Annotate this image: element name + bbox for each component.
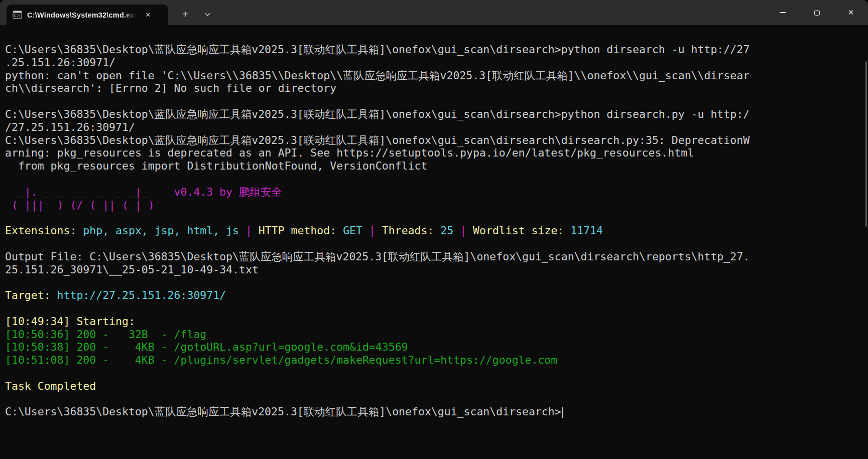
terminal-line: _|. _ _ _ _ _ _|_ v0.4.3 by 鹏组安全 [5, 186, 863, 199]
terminal-line: (_||| _) (/_(_|| (_| ) [5, 199, 863, 212]
window-controls: ✕ [766, 0, 868, 25]
tab-cmd[interactable]: C:\ C:\Windows\System32\cmd.exe ✕ [7, 5, 168, 25]
terminal-text-segment: [10:49:34] Starting: [5, 315, 142, 328]
terminal-text-segment: 11714 [570, 224, 603, 237]
text-cursor [562, 407, 563, 418]
terminal-line: C:\Users\36835\Desktop\蓝队应急响应工具箱v2025.3[… [5, 43, 863, 56]
terminal-line [5, 95, 863, 108]
terminal-line [5, 237, 863, 250]
terminal-text-segment: [10:50:38] 200 - 4KB - /gotoURL.asp?url=… [5, 341, 408, 353]
terminal-text-segment: Target: [5, 289, 57, 301]
terminal-line: Task Completed [5, 380, 863, 393]
tab-close-icon[interactable]: ✕ [142, 9, 155, 22]
terminal-text-segment: from pkg_resources import DistributionNo… [5, 160, 427, 172]
terminal-text-segment: C:\Users\36835\Desktop\蓝队应急响应工具箱v2025.3[… [5, 134, 750, 146]
terminal-text-segment: HTTP method: [259, 224, 343, 237]
terminal-text-segment: _|. _ _ _ _ _ _|_ [5, 186, 174, 198]
terminal-text-segment: [10:50:36] 200 - 32B - /flag [5, 328, 206, 341]
terminal-text-segment: (_||| _) (/_(_|| (_| ) [5, 199, 155, 211]
terminal-text-segment: Wordlist size: [473, 224, 570, 237]
terminal-line: [10:50:36] 200 - 32B - /flag [5, 328, 863, 341]
terminal-line: C:\Users\36835\Desktop\蓝队应急响应工具箱v2025.3[… [5, 134, 863, 147]
terminal-text-segment: GET [343, 224, 362, 237]
titlebar: C:\ C:\Windows\System32\cmd.exe ✕ + ✕ [0, 0, 868, 25]
terminal-text-segment: v0.4.3 by 鹏组安全 [174, 186, 282, 198]
terminal-text-segment: 25 [440, 224, 453, 237]
terminal-text-segment: Threads: [382, 224, 441, 237]
titlebar-divider [197, 11, 197, 19]
minimize-button[interactable] [766, 0, 800, 25]
minimize-icon [780, 12, 786, 13]
terminal-line: [10:51:08] 200 - 4KB - /plugins/servlet/… [5, 354, 863, 367]
terminal-text-segment: | [453, 224, 473, 237]
terminal-line: [10:49:34] Starting: [5, 315, 863, 328]
terminal-line [5, 302, 863, 315]
terminal-output[interactable]: C:\Users\36835\Desktop\蓝队应急响应工具箱v2025.3[… [0, 25, 868, 459]
terminal-text-segment: C:\Users\36835\Desktop\蓝队应急响应工具箱v2025.3[… [5, 405, 561, 418]
terminal-text-segment: Extensions: [5, 224, 83, 237]
svg-text:C:\: C:\ [14, 14, 21, 18]
terminal-window: C:\ C:\Windows\System32\cmd.exe ✕ + ✕ C:… [0, 0, 868, 459]
new-tab-button[interactable]: + [177, 6, 194, 23]
scrollbar-thumb[interactable] [865, 61, 867, 227]
terminal-text-segment: php, aspx, jsp, html, js [83, 224, 239, 237]
terminal-text-segment: http://27.25.151.26:30971/ [57, 289, 226, 301]
cmd-icon: C:\ [13, 10, 22, 20]
terminal-line: .25.151.26:30971/ [5, 56, 863, 69]
terminal-line: Output File: C:\Users\36835\Desktop\蓝队应急… [5, 250, 863, 263]
terminal-line: from pkg_resources import DistributionNo… [5, 160, 863, 173]
terminal-text-segment: Output File: C:\Users\36835\Desktop\蓝队应急… [5, 250, 750, 263]
tab-title: C:\Windows\System32\cmd.exe [27, 11, 137, 19]
terminal-line: C:\Users\36835\Desktop\蓝队应急响应工具箱v2025.3[… [5, 108, 863, 121]
terminal-line [5, 276, 863, 289]
terminal-line: [10:50:38] 200 - 4KB - /gotoURL.asp?url=… [5, 341, 863, 354]
terminal-text-segment: arning: pkg_resources is deprecated as a… [5, 146, 694, 159]
terminal-line [5, 211, 863, 224]
terminal-line [5, 173, 863, 186]
maximize-icon [814, 10, 820, 16]
terminal-line: Extensions: php, aspx, jsp, html, js | H… [5, 224, 863, 237]
terminal-line: C:\Users\36835\Desktop\蓝队应急响应工具箱v2025.3[… [5, 405, 863, 418]
terminal-text-segment: | [362, 224, 382, 237]
terminal-line: python: can't open file 'C:\\Users\\3683… [5, 69, 863, 82]
terminal-text-segment: .25.151.26:30971/ [5, 56, 115, 69]
close-button[interactable]: ✕ [834, 0, 868, 25]
chevron-down-icon [204, 13, 211, 17]
scrollbar[interactable] [864, 25, 868, 459]
terminal-text-segment: [10:51:08] 200 - 4KB - /plugins/servlet/… [5, 354, 557, 366]
terminal-line: arning: pkg_resources is deprecated as a… [5, 146, 863, 160]
terminal-text-segment: /27.25.151.26:30971/ [5, 121, 135, 133]
terminal-text-segment: 25.151.26_30971\__25-05-21_10-49-34.txt [5, 263, 259, 276]
terminal-text-segment: | [239, 224, 259, 237]
maximize-button[interactable] [800, 0, 834, 25]
terminal-text-segment: C:\Users\36835\Desktop\蓝队应急响应工具箱v2025.3[… [5, 108, 750, 120]
terminal-text-segment: Task Completed [5, 380, 96, 392]
close-icon: ✕ [848, 9, 854, 17]
terminal-line: /27.25.151.26:30971/ [5, 121, 863, 134]
terminal-line [5, 393, 863, 406]
terminal-line: 25.151.26_30971\__25-05-21_10-49-34.txt [5, 263, 863, 276]
terminal-text-segment: python: can't open file 'C:\\Users\\3683… [5, 69, 750, 82]
tab-dropdown-button[interactable] [199, 6, 215, 23]
terminal-line: Target: http://27.25.151.26:30971/ [5, 289, 863, 302]
terminal-text-segment: ch\\dirsearch': [Errno 2] No such file o… [5, 82, 336, 94]
terminal-line: ch\\dirsearch': [Errno 2] No such file o… [5, 82, 863, 95]
terminal-line [5, 367, 863, 380]
terminal-text-segment: C:\Users\36835\Desktop\蓝队应急响应工具箱v2025.3[… [5, 43, 750, 56]
